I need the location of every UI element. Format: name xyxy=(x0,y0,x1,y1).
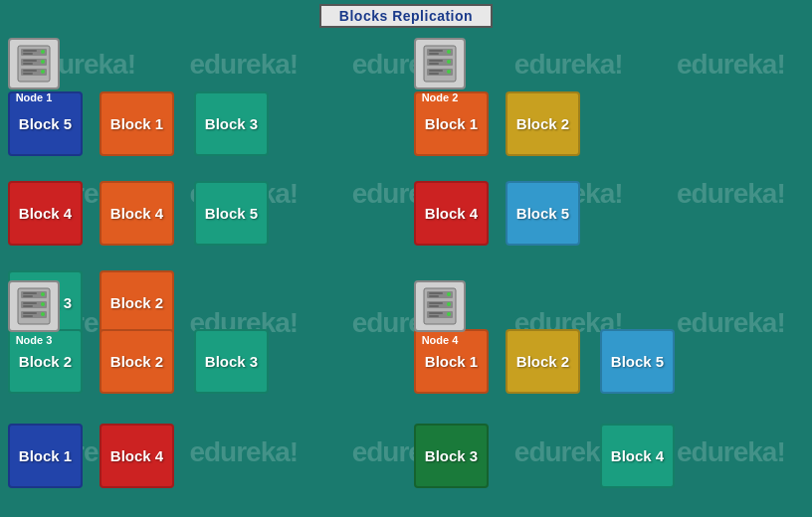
block-b4-3: Block 3 xyxy=(414,424,489,488)
block-b3-1: Block 1 xyxy=(8,424,83,488)
svg-rect-21 xyxy=(429,53,439,55)
node-panel-node1: Node 1Block 5Block 4Block 3Block 2Block … xyxy=(0,32,406,274)
block-label-b4-5: Block 5 xyxy=(611,353,664,370)
node-icon-area-node2: Node 2 xyxy=(414,38,466,103)
svg-point-44 xyxy=(447,302,451,306)
node-icon-area-node3: Node 3 xyxy=(8,280,60,346)
node-label-node1: Node 1 xyxy=(16,91,53,103)
svg-rect-24 xyxy=(429,70,443,72)
svg-rect-25 xyxy=(429,73,439,75)
server-icon-node3 xyxy=(8,280,60,332)
block-label-b1-5: Block 5 xyxy=(19,115,72,132)
svg-rect-34 xyxy=(23,295,33,297)
block-b3-3: Block 3 xyxy=(194,329,269,394)
svg-point-45 xyxy=(447,312,451,316)
svg-point-31 xyxy=(41,302,45,306)
title-bar: Blocks Replication xyxy=(0,0,812,32)
block-b1-1o: Block 1 xyxy=(100,91,174,156)
server-icon-node2 xyxy=(414,38,466,89)
block-label-b3-2o: Block 2 xyxy=(110,353,163,370)
block-b2-2: Block 2 xyxy=(506,91,580,156)
svg-rect-23 xyxy=(429,63,439,65)
block-label-b4-1: Block 1 xyxy=(425,353,478,370)
node-icon-area-node4: Node 4 xyxy=(414,280,466,346)
svg-rect-49 xyxy=(429,305,439,307)
block-label-b4-3: Block 3 xyxy=(425,447,478,464)
svg-rect-22 xyxy=(429,60,443,62)
svg-rect-9 xyxy=(23,60,37,62)
node-label-node4: Node 4 xyxy=(422,334,459,346)
block-b3-4: Block 4 xyxy=(100,424,174,488)
svg-rect-33 xyxy=(23,292,37,294)
svg-rect-37 xyxy=(23,312,37,314)
node-label-node3: Node 3 xyxy=(16,334,53,346)
block-b3-2o: Block 2 xyxy=(100,329,174,394)
svg-rect-10 xyxy=(23,63,33,65)
block-b1-4o: Block 4 xyxy=(100,181,174,246)
node-label-node2: Node 2 xyxy=(422,91,459,103)
server-icon-node4 xyxy=(414,280,466,332)
block-label-b3-1: Block 1 xyxy=(19,447,72,464)
svg-rect-11 xyxy=(23,70,37,72)
block-label-b2-2: Block 2 xyxy=(516,115,569,132)
nodes-container: Node 1Block 5Block 4Block 3Block 2Block … xyxy=(0,32,812,517)
node-panel-node2: Node 2Block 1Block 4Block 2Block 5 xyxy=(406,32,812,274)
svg-rect-35 xyxy=(23,302,37,304)
block-label-b2-5: Block 5 xyxy=(516,205,569,222)
svg-point-5 xyxy=(41,60,45,64)
svg-rect-47 xyxy=(429,295,439,297)
block-label-b3-2t: Block 2 xyxy=(19,353,72,370)
block-label-b1-4: Block 4 xyxy=(19,205,72,222)
svg-rect-38 xyxy=(23,315,33,317)
svg-point-4 xyxy=(41,50,45,54)
block-b2-4: Block 4 xyxy=(414,181,489,246)
block-label-b3-4: Block 4 xyxy=(110,447,163,464)
svg-point-6 xyxy=(41,70,45,74)
node-icon-area-node1: Node 1 xyxy=(8,38,60,103)
node-panel-node3: Node 3Block 2Block 1Block 2Block 4Block … xyxy=(0,274,406,517)
svg-rect-48 xyxy=(429,302,443,304)
block-b1-5t: Block 5 xyxy=(194,181,269,246)
block-b2-5: Block 5 xyxy=(506,181,580,246)
svg-point-32 xyxy=(41,312,45,316)
svg-rect-7 xyxy=(23,50,37,52)
block-label-b4-4t: Block 4 xyxy=(611,447,664,464)
page-title: Blocks Replication xyxy=(319,4,493,28)
svg-point-30 xyxy=(41,292,45,296)
block-b4-4t: Block 4 xyxy=(600,424,675,488)
block-label-b3-3: Block 3 xyxy=(205,353,258,370)
node-panel-node4: Node 4Block 1Block 3Block 2Block 5Block … xyxy=(406,274,812,517)
svg-rect-12 xyxy=(23,73,33,75)
block-label-b1-4o: Block 4 xyxy=(110,205,163,222)
block-label-b1-5t: Block 5 xyxy=(205,205,258,222)
svg-point-43 xyxy=(447,292,451,296)
block-b1-4: Block 4 xyxy=(8,181,83,246)
block-label-b2-4: Block 4 xyxy=(425,205,478,222)
svg-rect-51 xyxy=(429,315,439,317)
block-label-b1-1o: Block 1 xyxy=(110,115,163,132)
block-label-b1-3t: Block 3 xyxy=(205,115,258,132)
main-content: Node 1Block 5Block 4Block 3Block 2Block … xyxy=(0,32,812,517)
svg-point-19 xyxy=(447,70,451,74)
svg-rect-36 xyxy=(23,305,33,307)
block-b4-2: Block 2 xyxy=(506,329,580,394)
block-b1-3t: Block 3 xyxy=(194,91,269,156)
svg-rect-46 xyxy=(429,292,443,294)
svg-point-17 xyxy=(447,50,451,54)
svg-rect-8 xyxy=(23,53,33,55)
svg-rect-50 xyxy=(429,312,443,314)
server-icon-node1 xyxy=(8,38,60,89)
block-label-b2-1: Block 1 xyxy=(425,115,478,132)
block-label-b4-2: Block 2 xyxy=(516,353,569,370)
block-b4-5: Block 5 xyxy=(600,329,675,394)
svg-rect-20 xyxy=(429,50,443,52)
svg-point-18 xyxy=(447,60,451,64)
